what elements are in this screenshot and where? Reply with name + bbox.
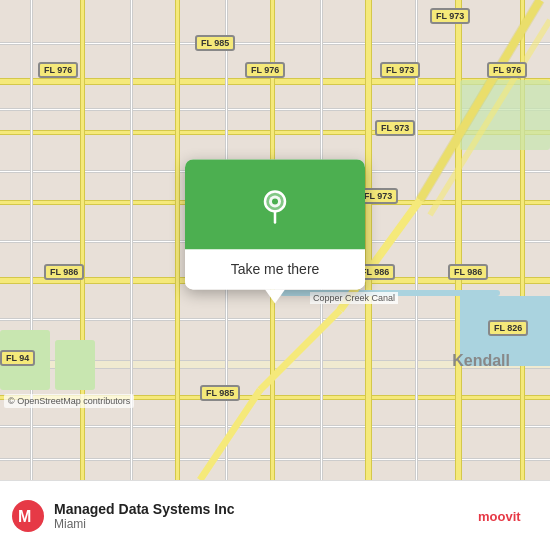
- bottom-bar: M Managed Data Systems Inc Miami moovit: [0, 480, 550, 550]
- road-v-455: [455, 0, 462, 480]
- road-v-30: [30, 0, 33, 480]
- kendall-label: Kendall: [452, 352, 510, 370]
- popup-card: Take me there: [185, 159, 365, 289]
- road-label-fl985-1: FL 985: [195, 35, 235, 51]
- bottom-text-container: Managed Data Systems Inc Miami: [54, 501, 468, 531]
- popup-green-header: [185, 159, 365, 249]
- copper-creek-label: Copper Creek Canal: [310, 292, 398, 304]
- svg-text:M: M: [18, 508, 31, 525]
- take-me-there-button[interactable]: Take me there: [185, 249, 365, 289]
- road-v-175: [175, 0, 180, 480]
- green-area-left2: [55, 340, 95, 390]
- moovit-text-logo: moovit: [478, 506, 538, 526]
- road-v-80: [80, 0, 85, 480]
- road-label-fl976-2: FL 976: [245, 62, 285, 78]
- map-pin-icon: [255, 184, 295, 224]
- road-label-fl826: FL 826: [488, 320, 528, 336]
- road-label-fl973-1: FL 973: [430, 8, 470, 24]
- svg-point-8: [272, 198, 278, 204]
- moovit-logo-icon: M: [12, 500, 44, 532]
- road-label-fl985-2: FL 985: [200, 385, 240, 401]
- road-label-fl973-2: FL 973: [380, 62, 420, 78]
- road-label-fl94: FL 94: [0, 350, 35, 366]
- business-name: Managed Data Systems Inc: [54, 501, 468, 517]
- city-name: Miami: [54, 517, 468, 531]
- svg-text:moovit: moovit: [478, 509, 521, 524]
- road-label-fl986-4: FL 986: [448, 264, 488, 280]
- road-label-fl976-1: FL 976: [38, 62, 78, 78]
- road-v-365: [365, 0, 372, 480]
- road-label-fl973-3: FL 973: [375, 120, 415, 136]
- green-area-right: [460, 80, 550, 150]
- road-v-130: [130, 0, 133, 480]
- road-label-fl986-1: FL 986: [44, 264, 84, 280]
- road-label-fl976-3: FL 976: [487, 62, 527, 78]
- map-container: FL 973 FL 985 FL 976 FL 976 FL 973 FL 97…: [0, 0, 550, 480]
- osm-credit: © OpenStreetMap contributors: [4, 394, 134, 408]
